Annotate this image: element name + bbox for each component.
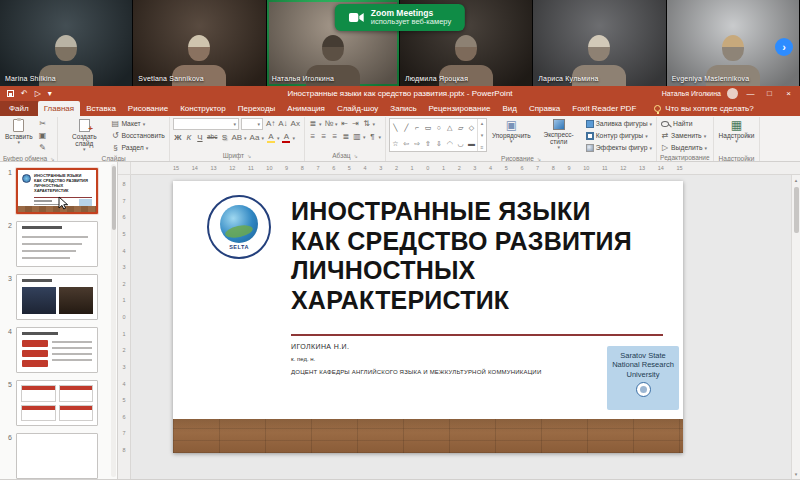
shapes-gallery-scrollbar[interactable]: ▴▾≡: [477, 119, 486, 151]
account-name[interactable]: Наталья Иголкина: [662, 90, 721, 97]
shape-outline-button[interactable]: Контур фигуры▾: [585, 130, 653, 141]
next-participants-button[interactable]: ›: [775, 38, 793, 56]
author-degree[interactable]: к. пед. н.: [291, 356, 315, 362]
ribbon-tab[interactable]: Справка: [523, 101, 566, 116]
scrollbar-thumb[interactable]: [794, 187, 799, 233]
shape-icon[interactable]: ▭: [425, 124, 432, 131]
new-slide-button[interactable]: Создать слайд ▾: [61, 118, 107, 154]
slide-title[interactable]: ИНОСТРАННЫЕ ЯЗЫКИКАК СРЕДСТВО РАЗВИТИЯЛИ…: [291, 197, 671, 315]
undo-icon[interactable]: ↶: [21, 89, 28, 98]
ribbon-tab[interactable]: Конструктор: [174, 101, 232, 116]
zoom-participant-tile[interactable]: Лариса Кульмина: [533, 0, 666, 86]
ribbon-tab[interactable]: Слайд-шоу: [331, 101, 384, 116]
slide-thumbnail[interactable]: ИНОСТРАННЫЕ ЯЗЫКИКАК СРЕДСТВО РАЗВИТИЯЛИ…: [16, 168, 98, 214]
quick-styles-button[interactable]: Экспресс-стили ▾: [536, 118, 582, 154]
ribbon-tab[interactable]: Вид: [496, 101, 522, 116]
thumbnails-scrollbar[interactable]: [111, 164, 116, 477]
paragraph-dialog-launcher-icon[interactable]: ⇘: [353, 153, 357, 159]
slide-thumbnail[interactable]: [16, 380, 98, 426]
shape-icon[interactable]: ⌐: [415, 124, 419, 131]
clipboard-dialog-launcher-icon[interactable]: ⇘: [50, 156, 54, 162]
qat-dropdown-icon[interactable]: ▾: [48, 89, 52, 98]
slide-thumbnail[interactable]: [16, 221, 98, 267]
scroll-up-icon[interactable]: ▴: [795, 177, 798, 183]
shape-icon[interactable]: ◇: [469, 124, 474, 131]
tell-me-box[interactable]: Что вы хотите сделать?: [646, 101, 761, 116]
italic-button[interactable]: К: [184, 132, 194, 143]
select-button[interactable]: ▷Выделить▾: [660, 142, 708, 153]
align-left-button[interactable]: ≡: [308, 131, 318, 142]
author-name[interactable]: ИГОЛКИНА Н.И.: [291, 343, 349, 350]
text-shadow-button[interactable]: S: [219, 132, 229, 143]
shape-icon[interactable]: ⇦: [403, 140, 409, 147]
addins-button[interactable]: ▦ Надстройки ▾: [717, 118, 757, 154]
replace-button[interactable]: ⇄Заменить▾: [660, 130, 708, 141]
shape-icon[interactable]: ⇧: [425, 140, 431, 147]
layout-button[interactable]: ▤Макет▾: [110, 118, 166, 129]
reset-button[interactable]: ↺Восстановить: [110, 130, 166, 141]
ribbon-tab[interactable]: Foxit Reader PDF: [566, 101, 642, 116]
zoom-participant-tile[interactable]: Marina Shilkina: [0, 0, 133, 86]
slide-thumbnail[interactable]: [16, 327, 98, 373]
shape-icon[interactable]: ◠: [447, 140, 453, 147]
ribbon-tab[interactable]: Запись: [384, 101, 422, 116]
slide-thumbnail[interactable]: [16, 433, 98, 479]
drawing-dialog-launcher-icon[interactable]: ⇘: [537, 156, 541, 162]
font-name-combo[interactable]: ▾: [173, 118, 239, 130]
restore-button[interactable]: □: [763, 89, 776, 98]
ribbon-tab[interactable]: Вставка: [80, 101, 122, 116]
font-dialog-launcher-icon[interactable]: ⇘: [247, 153, 251, 159]
bold-button[interactable]: Ж: [173, 132, 183, 143]
shrink-font-button[interactable]: А↓: [277, 119, 288, 130]
vertical-scrollbar[interactable]: ▴ ▾: [791, 175, 800, 479]
font-color-button[interactable]: А▾: [281, 132, 296, 143]
ribbon-tab[interactable]: Главная: [38, 101, 80, 116]
shape-effects-button[interactable]: Эффекты фигур▾: [585, 142, 653, 153]
line-spacing-button[interactable]: ⇅▾: [362, 118, 377, 129]
shape-icon[interactable]: ⇨: [414, 140, 420, 147]
shape-fill-button[interactable]: Заливка фигуры▾: [585, 118, 653, 129]
shape-icon[interactable]: ╲: [393, 124, 397, 131]
indent-increase-button[interactable]: ⇥: [351, 118, 361, 129]
format-painter-button[interactable]: ✎: [38, 142, 48, 153]
arrange-button[interactable]: ▣ Упорядочить ▾: [490, 118, 533, 154]
close-button[interactable]: ×: [782, 89, 795, 98]
slide-thumbnail[interactable]: [16, 274, 98, 320]
minimize-button[interactable]: —: [744, 89, 757, 98]
indent-decrease-button[interactable]: ⇤: [340, 118, 350, 129]
bullets-button[interactable]: ≣▾: [308, 118, 323, 129]
ribbon-tab[interactable]: Рисование: [122, 101, 174, 116]
shape-icon[interactable]: ◡: [458, 140, 464, 147]
shape-icon[interactable]: ☆: [392, 140, 398, 147]
section-button[interactable]: §Раздел▾: [110, 142, 166, 153]
strikethrough-button[interactable]: abc: [206, 132, 218, 143]
justify-button[interactable]: ≣: [341, 131, 351, 142]
notes-pane[interactable]: Щелкните, чтобы добавить заметки: [0, 479, 800, 487]
ribbon-tab[interactable]: Рецензирование: [423, 101, 497, 116]
shapes-gallery[interactable]: ╲╱⌐▭○△▱◇☆⇦⇨⇧⇩◠◡▬ ▴▾≡: [389, 118, 487, 152]
copy-button[interactable]: ▣: [38, 130, 48, 141]
character-spacing-button[interactable]: АВ▾: [230, 132, 247, 143]
save-icon[interactable]: [7, 90, 14, 97]
ribbon-tab[interactable]: Анимация: [281, 101, 331, 116]
zoom-participant-tile[interactable]: Svetlana Sannikova: [133, 0, 266, 86]
grow-font-button[interactable]: А↑: [265, 119, 276, 130]
align-right-button[interactable]: ≡: [330, 131, 340, 142]
shape-icon[interactable]: △: [447, 124, 452, 131]
paste-button[interactable]: Вставить ▾: [3, 118, 35, 154]
shape-icon[interactable]: ○: [437, 124, 441, 131]
university-box[interactable]: Saratov StateNational ResearchUniversity: [607, 346, 679, 410]
author-position[interactable]: ДОЦЕНТ КАФЕДРЫ АНГЛИЙСКОГО ЯЗЫКА И МЕЖКУ…: [291, 369, 591, 375]
shape-icon[interactable]: ╱: [404, 124, 408, 131]
clear-formatting-button[interactable]: Аx: [290, 119, 301, 130]
cut-button[interactable]: ✂: [38, 118, 48, 129]
scroll-down-icon[interactable]: ▾: [795, 471, 798, 477]
text-direction-button[interactable]: ¶▾: [367, 131, 382, 142]
ribbon-tab[interactable]: Переходы: [232, 101, 282, 116]
account-avatar[interactable]: [727, 88, 738, 99]
ribbon-tab[interactable]: Файл: [0, 101, 38, 116]
text-highlight-button[interactable]: А▾: [266, 132, 281, 143]
change-case-button[interactable]: Аа▾: [249, 132, 265, 143]
align-center-button[interactable]: ≡: [319, 131, 329, 142]
shape-icon[interactable]: ▬: [468, 140, 475, 147]
